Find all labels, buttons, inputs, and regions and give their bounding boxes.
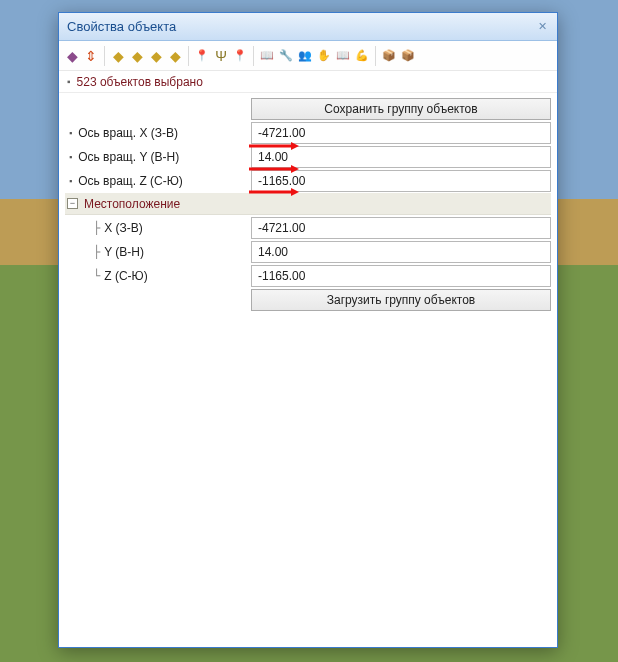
location-x-label: X (З-В) <box>104 221 143 235</box>
wrench-icon[interactable]: 🔧 <box>277 45 295 67</box>
pin2-icon[interactable]: 📍 <box>231 45 249 67</box>
toolbar-separator <box>104 46 105 66</box>
location-group-header[interactable]: − Местоположение <box>65 193 551 215</box>
box2-icon[interactable]: 📦 <box>399 45 417 67</box>
location-x-row: ├ X (З-В) <box>65 216 551 239</box>
diamond2-icon[interactable]: ◆ <box>128 45 146 67</box>
save-group-row: Сохранить группу объектов <box>65 97 551 120</box>
arrows-icon[interactable]: ⇕ <box>82 45 100 67</box>
toolbar-separator <box>253 46 254 66</box>
location-y-input[interactable] <box>251 241 551 263</box>
close-icon[interactable]: ✕ <box>533 17 551 35</box>
bullet-icon: ▪ <box>69 176 72 186</box>
rotation-y-input[interactable] <box>251 146 551 168</box>
tree-line-icon: └ <box>93 269 100 283</box>
bullet-icon: ▪ <box>69 152 72 162</box>
diamond3-icon[interactable]: ◆ <box>166 45 184 67</box>
toolbar: ◆ ⇕ ◆ ◆ ◆ ◆ 📍 Ψ 📍 📖 🔧 👥 ✋ 📖 💪 📦 📦 <box>59 41 557 71</box>
selection-count: 523 объектов выбрано <box>77 75 203 89</box>
rotation-x-row: ▪ Ось вращ. X (З-В) <box>65 121 551 144</box>
location-x-input[interactable] <box>251 217 551 239</box>
shield-icon[interactable]: ◆ <box>147 45 165 67</box>
people-icon[interactable]: 👥 <box>296 45 314 67</box>
pin-icon[interactable]: 📍 <box>193 45 211 67</box>
rotation-y-label: Ось вращ. Y (В-Н) <box>78 150 179 164</box>
box1-icon[interactable]: 📦 <box>380 45 398 67</box>
diamond-icon[interactable]: ◆ <box>109 45 127 67</box>
rotation-z-input[interactable] <box>251 170 551 192</box>
rotation-z-label: Ось вращ. Z (С-Ю) <box>78 174 183 188</box>
toolbar-separator <box>375 46 376 66</box>
location-z-label: Z (С-Ю) <box>104 269 147 283</box>
window-title: Свойства объекта <box>67 19 176 34</box>
cube-icon[interactable]: ◆ <box>63 45 81 67</box>
collapse-icon[interactable]: − <box>67 198 78 209</box>
rotation-x-label: Ось вращ. X (З-В) <box>78 126 178 140</box>
location-y-row: ├ Y (В-Н) <box>65 240 551 263</box>
location-group-label: Местоположение <box>84 197 180 211</box>
empty-label <box>65 288 251 311</box>
empty-label <box>65 97 251 120</box>
location-y-label: Y (В-Н) <box>104 245 144 259</box>
book2-icon[interactable]: 📖 <box>334 45 352 67</box>
properties-content: Сохранить группу объектов ▪ Ось вращ. X … <box>59 93 557 316</box>
load-group-button[interactable]: Загрузить группу объектов <box>251 289 551 311</box>
location-z-row: └ Z (С-Ю) <box>65 264 551 287</box>
bullet-icon: ▪ <box>67 76 71 87</box>
location-z-input[interactable] <box>251 265 551 287</box>
rotation-y-row: ▪ Ось вращ. Y (В-Н) <box>65 145 551 168</box>
fork-icon[interactable]: Ψ <box>212 45 230 67</box>
tree-line-icon: ├ <box>93 245 100 259</box>
load-group-row: Загрузить группу объектов <box>65 288 551 311</box>
bullet-icon: ▪ <box>69 128 72 138</box>
tree-line-icon: ├ <box>93 221 100 235</box>
hand-icon[interactable]: ✋ <box>315 45 333 67</box>
toolbar-separator <box>188 46 189 66</box>
arm-icon[interactable]: 💪 <box>353 45 371 67</box>
book-icon[interactable]: 📖 <box>258 45 276 67</box>
rotation-z-row: ▪ Ось вращ. Z (С-Ю) <box>65 169 551 192</box>
save-group-button[interactable]: Сохранить группу объектов <box>251 98 551 120</box>
title-bar[interactable]: Свойства объекта ✕ <box>59 13 557 41</box>
rotation-x-input[interactable] <box>251 122 551 144</box>
properties-window: Свойства объекта ✕ ◆ ⇕ ◆ ◆ ◆ ◆ 📍 Ψ 📍 📖 🔧… <box>58 12 558 648</box>
status-row: ▪ 523 объектов выбрано <box>59 71 557 93</box>
